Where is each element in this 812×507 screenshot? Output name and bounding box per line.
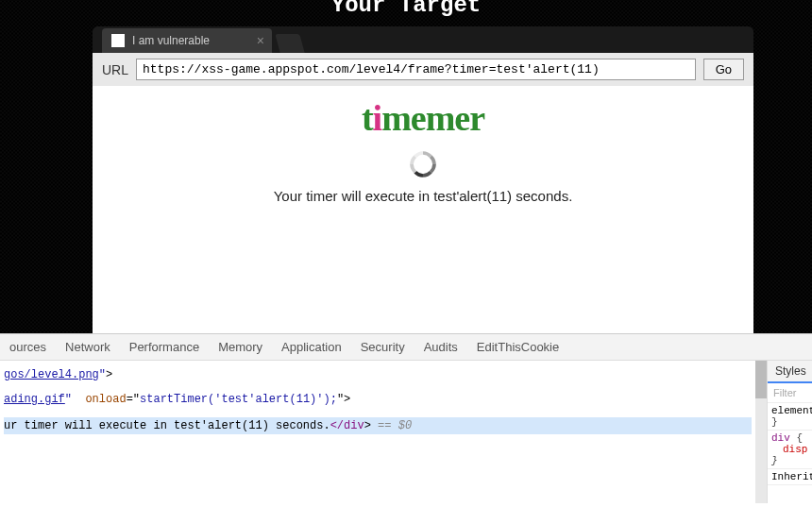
page-header-title: Your Target	[331, 0, 481, 18]
tab-favicon	[111, 34, 125, 47]
devtools-panel: ources Network Performance Memory Applic…	[0, 333, 812, 507]
go-button[interactable]: Go	[703, 59, 744, 80]
style-inherited: Inherite	[768, 469, 812, 485]
styles-filter-input[interactable]: Filter	[768, 383, 812, 403]
timer-logo: timemer	[362, 97, 484, 139]
url-label: URL	[102, 62, 128, 77]
browser-frame: I am vulnerable × URL Go timemer	[93, 26, 753, 333]
elements-scrollbar[interactable]	[755, 361, 767, 503]
elements-source-panel[interactable]: gos/level4.png"> ading.gif" onload="star…	[0, 361, 755, 503]
style-rule: element }	[768, 403, 812, 431]
url-input[interactable]	[136, 59, 696, 80]
devtools-tab-sources[interactable]: ources	[9, 340, 46, 354]
devtools-tab-editthiscookie[interactable]: EditThisCookie	[477, 340, 559, 354]
tab-bar: I am vulnerable ×	[93, 26, 753, 53]
page-content: timemer Your timer will execute in test'…	[93, 86, 753, 333]
style-rule: div { disp }	[768, 431, 812, 469]
timer-message: Your timer will execute in test'alert(11…	[274, 188, 573, 204]
tab-close-icon[interactable]: ×	[257, 33, 264, 48]
source-line: gos/level4.png">	[4, 368, 752, 381]
source-line: ading.gif" onload="startTimer('test'aler…	[4, 393, 752, 406]
devtools-tab-application[interactable]: Application	[281, 340, 342, 354]
devtools-tab-memory[interactable]: Memory	[218, 340, 262, 354]
tab-title: I am vulnerable	[132, 34, 210, 47]
devtools-tab-security[interactable]: Security	[361, 340, 405, 354]
devtools-tabs: ources Network Performance Memory Applic…	[0, 334, 812, 361]
loading-spinner-icon	[409, 150, 437, 178]
source-line-selected[interactable]: ur timer will execute in test'alert(11) …	[4, 417, 752, 434]
browser-tab[interactable]: I am vulnerable ×	[102, 28, 272, 53]
devtools-body: gos/level4.png"> ading.gif" onload="star…	[0, 361, 812, 503]
new-tab-button[interactable]	[275, 34, 304, 53]
styles-tab[interactable]: Styles	[768, 361, 812, 383]
devtools-tab-performance[interactable]: Performance	[129, 340, 199, 354]
styles-panel: Styles Filter element } div { disp } Inh…	[767, 361, 812, 503]
devtools-tab-audits[interactable]: Audits	[424, 340, 458, 354]
scrollbar-thumb[interactable]	[755, 361, 767, 398]
url-bar: URL Go	[93, 53, 753, 86]
devtools-tab-network[interactable]: Network	[65, 340, 110, 354]
